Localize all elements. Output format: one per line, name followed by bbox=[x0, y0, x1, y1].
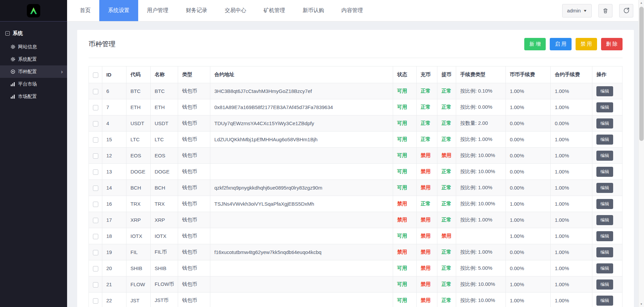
cell-name: BCH bbox=[151, 180, 178, 196]
divider bbox=[89, 58, 623, 58]
edit-button[interactable]: 编辑 bbox=[596, 296, 613, 306]
gear-icon bbox=[10, 57, 15, 62]
cell-fee-type: 按比例: 10.00% bbox=[456, 293, 506, 307]
vertical-scrollbar[interactable]: ▲ ▼ bbox=[638, 0, 644, 307]
cell-contract: 0x81A89E7a169B58f2177EB3A7Af45d73Fa78396… bbox=[210, 99, 393, 115]
cell-withdraw: 正常 bbox=[437, 212, 456, 228]
row-checkbox-cell bbox=[89, 83, 102, 99]
cell-id: 19 bbox=[102, 244, 126, 260]
row-checkbox[interactable] bbox=[93, 153, 98, 159]
cell-contract-fee: 1.00% bbox=[551, 196, 592, 212]
row-checkbox[interactable] bbox=[93, 298, 98, 304]
row-checkbox[interactable] bbox=[93, 202, 98, 207]
cell-withdraw: 正常 bbox=[437, 83, 456, 99]
edit-button[interactable]: 编辑 bbox=[596, 102, 613, 112]
table-row: 6 BTC BTC 钱包币 3HC3B8qt6J7cCtavhM3HmyGoZ1… bbox=[89, 83, 623, 99]
edit-button[interactable]: 编辑 bbox=[596, 118, 613, 129]
admin-dropdown-button[interactable]: admin ▼ bbox=[562, 4, 592, 17]
trash-button[interactable] bbox=[598, 4, 612, 17]
cell-contract: f16xucotutbmw4tg62yew7kk5nqdbti4euqo4kcb… bbox=[210, 244, 393, 260]
sidebar-item-label: 网站信息 bbox=[18, 44, 37, 50]
edit-button[interactable]: 编辑 bbox=[596, 151, 613, 161]
table-row: 13 DOGE DOGE 钱包币 可用 禁用 正常 按比例: 10.00% 0.… bbox=[89, 164, 623, 180]
sidebar-item-website-info[interactable]: 网站信息 bbox=[0, 41, 67, 53]
cell-status: 禁用 bbox=[393, 212, 417, 228]
cell-withdraw: 正常 bbox=[437, 196, 456, 212]
table-row: 4 USDT USDT 钱包币 TDUy7qEWzrnsYA4CXc15YiWy… bbox=[89, 115, 623, 132]
table-body: 6 BTC BTC 钱包币 3HC3B8qt6J7cCtavhM3HmyGoZ1… bbox=[89, 83, 623, 307]
cell-spot-fee: 1.00% bbox=[506, 83, 551, 99]
sidebar-item-market-config[interactable]: 市场配置 bbox=[0, 90, 67, 103]
edit-button[interactable]: 编辑 bbox=[596, 263, 613, 273]
edit-button[interactable]: 编辑 bbox=[596, 86, 613, 96]
cell-status: 可用 bbox=[393, 276, 417, 293]
sidebar-section-system[interactable]: − 系统 bbox=[0, 27, 67, 41]
row-checkbox[interactable] bbox=[93, 250, 98, 255]
add-button[interactable]: 新 增 bbox=[524, 38, 546, 50]
delete-button[interactable]: 删 除 bbox=[601, 38, 623, 50]
sidebar-item-system-config[interactable]: 系统配置 bbox=[0, 53, 67, 65]
edit-button[interactable]: 编辑 bbox=[596, 231, 613, 241]
sidebar-item-coin-config[interactable]: 币种配置 › bbox=[0, 65, 67, 78]
nav-tab-trade-center[interactable]: 交易中心 bbox=[216, 0, 255, 21]
row-checkbox[interactable] bbox=[93, 234, 98, 239]
cell-actions: 编辑 bbox=[592, 293, 623, 307]
cell-id: 18 bbox=[102, 228, 126, 244]
sidebar-item-platform-market[interactable]: 平台市场 bbox=[0, 78, 67, 90]
col-actions: 操作 bbox=[592, 66, 623, 83]
row-checkbox[interactable] bbox=[93, 186, 98, 191]
edit-button[interactable]: 编辑 bbox=[596, 167, 613, 177]
table-row: 17 XRP XRP 钱包币 禁用 禁用 正常 按比例: 1.00% 1.00%… bbox=[89, 212, 623, 228]
disable-button[interactable]: 禁 用 bbox=[576, 38, 597, 50]
nav-tab-system-settings[interactable]: 系统设置 bbox=[99, 0, 138, 21]
gear-icon bbox=[10, 44, 15, 49]
logo-a-icon bbox=[29, 6, 38, 15]
scrollbar-thumb[interactable] bbox=[639, 7, 644, 141]
row-checkbox[interactable] bbox=[93, 218, 98, 223]
edit-button[interactable]: 编辑 bbox=[596, 183, 613, 193]
nav-tab-user-management[interactable]: 用户管理 bbox=[138, 0, 177, 21]
topbar-right: admin ▼ bbox=[562, 4, 633, 17]
edit-button[interactable]: 编辑 bbox=[596, 135, 613, 145]
cell-fee-type: 按比例: 5.00% bbox=[456, 260, 506, 276]
cell-actions: 编辑 bbox=[592, 212, 623, 228]
cell-withdraw: 正常 bbox=[437, 132, 456, 148]
select-all-checkbox[interactable] bbox=[93, 72, 98, 78]
scroll-up-icon[interactable]: ▲ bbox=[639, 0, 644, 6]
nav-tab-miner-management[interactable]: 矿机管理 bbox=[255, 0, 294, 21]
cell-contract: 3HC3B8qt6J7cCtavhM3HmyGoZ18Bzcy7ef bbox=[210, 83, 393, 99]
row-checkbox[interactable] bbox=[93, 121, 98, 126]
cell-name: ETH bbox=[151, 99, 178, 115]
row-checkbox[interactable] bbox=[93, 282, 98, 288]
cell-contract bbox=[210, 164, 393, 180]
edit-button[interactable]: 编辑 bbox=[596, 279, 613, 290]
row-checkbox[interactable] bbox=[93, 137, 98, 143]
cell-withdraw: 正常 bbox=[437, 115, 456, 132]
cell-id: 16 bbox=[102, 196, 126, 212]
cell-status: 可用 bbox=[393, 164, 417, 180]
cell-status: 可用 bbox=[393, 132, 417, 148]
app-logo[interactable] bbox=[27, 4, 40, 17]
nav-tab-home[interactable]: 首页 bbox=[71, 0, 99, 21]
nav-tab-content-management[interactable]: 内容管理 bbox=[333, 0, 372, 21]
row-checkbox[interactable] bbox=[93, 89, 98, 94]
enable-button[interactable]: 启 用 bbox=[550, 38, 571, 50]
nav-tab-finance-records[interactable]: 财务记录 bbox=[177, 0, 216, 21]
row-checkbox[interactable] bbox=[93, 266, 98, 271]
edit-button[interactable]: 编辑 bbox=[596, 247, 613, 257]
table-row: 12 EOS EOS 钱包币 可用 禁用 禁用 按比例: 10.00% 0.00… bbox=[89, 148, 623, 164]
row-checkbox[interactable] bbox=[93, 169, 98, 175]
scroll-down-icon[interactable]: ▼ bbox=[639, 301, 644, 307]
cell-withdraw: 正常 bbox=[437, 293, 456, 307]
nav-tab-new-coin-subscription[interactable]: 新币认购 bbox=[294, 0, 333, 21]
logout-button[interactable] bbox=[619, 4, 633, 17]
cell-actions: 编辑 bbox=[592, 99, 623, 115]
cell-contract-fee: 1.00% bbox=[551, 180, 592, 196]
table-row: 22 JST JST币 钱包币 可用 禁用 正常 按比例: 10.00% 1.0… bbox=[89, 293, 623, 307]
cell-actions: 编辑 bbox=[592, 244, 623, 260]
edit-button[interactable]: 编辑 bbox=[596, 199, 613, 209]
row-checkbox-cell bbox=[89, 228, 102, 244]
row-checkbox[interactable] bbox=[93, 105, 98, 110]
sidebar-menu: − 系统 网站信息 系统配置 币种配置 › 平台市场 bbox=[0, 21, 67, 103]
edit-button[interactable]: 编辑 bbox=[596, 215, 613, 225]
